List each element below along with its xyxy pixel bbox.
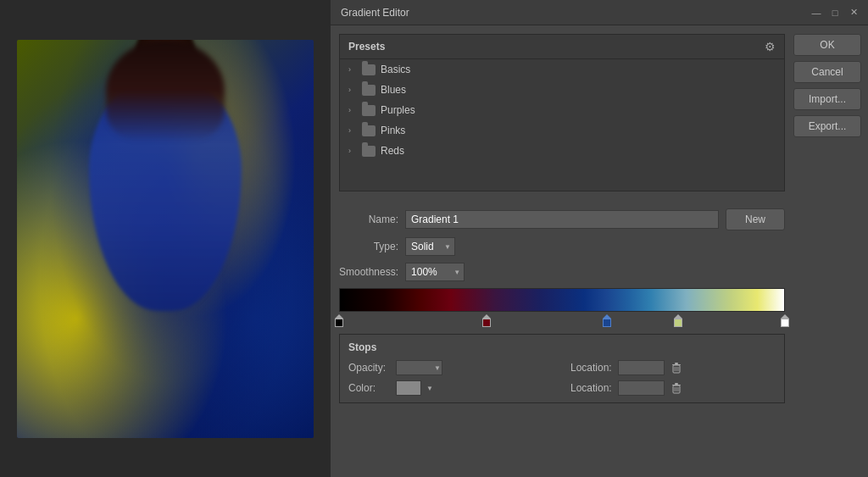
stop-color-swatch <box>603 319 611 327</box>
preset-item-reds[interactable]: › Reds <box>340 141 784 161</box>
preset-arrow-icon: › <box>348 126 357 135</box>
folder-icon <box>362 105 376 116</box>
color-stop-row: Color: ▼ <box>348 380 554 396</box>
hair-top <box>106 40 225 141</box>
stops-title: Stops <box>348 341 776 353</box>
presets-gear-icon[interactable]: ⚙ <box>765 40 776 53</box>
color-delete-button[interactable] <box>670 381 683 395</box>
opacity-delete-button[interactable] <box>670 361 683 374</box>
folder-icon <box>362 64 376 75</box>
stops-grid: Opacity: ▼ Location: <box>348 360 776 396</box>
opacity-label: Opacity: <box>348 362 391 374</box>
preset-label-pinks: Pinks <box>381 125 405 136</box>
name-label: Name: <box>339 214 398 225</box>
name-row: Name: New <box>339 208 785 230</box>
gradient-bar-container[interactable] <box>339 288 785 327</box>
preset-arrow-icon: › <box>348 65 357 74</box>
type-select-wrapper: Solid Noise ▼ <box>405 237 455 256</box>
opacity-location-input[interactable] <box>618 360 665 375</box>
type-select[interactable]: Solid Noise <box>405 237 455 256</box>
image-panel <box>0 0 331 477</box>
color-stop-4[interactable] <box>781 314 789 327</box>
spacer <box>339 198 785 202</box>
opacity-location-group: Location: <box>570 360 776 375</box>
color-label: Color: <box>348 382 391 394</box>
stop-color-swatch <box>335 319 343 327</box>
close-button[interactable]: ✕ <box>848 7 860 19</box>
opacity-location-label: Location: <box>570 362 613 374</box>
preset-label-reds: Reds <box>381 145 404 157</box>
folder-icon <box>362 146 376 157</box>
stops-section: Stops Opacity: ▼ Location: <box>339 334 785 403</box>
preset-item-blues[interactable]: › Blues <box>340 80 784 100</box>
type-row: Type: Solid Noise ▼ <box>339 237 785 256</box>
new-button[interactable]: New <box>726 208 785 230</box>
color-stop-1[interactable] <box>482 314 491 327</box>
presets-section: Presets ⚙ › Basics › Blues › <box>339 34 785 191</box>
smoothness-select-wrapper: 100% 75% 50% 25% 0% ▼ <box>405 263 465 281</box>
folder-icon <box>362 125 376 136</box>
cancel-button[interactable]: Cancel <box>793 61 861 83</box>
maximize-button[interactable]: □ <box>829 7 841 19</box>
color-location-group: Location: <box>570 380 776 396</box>
color-location-label: Location: <box>570 382 613 394</box>
gradient-editor-dialog: Gradient Editor — □ ✕ Presets ⚙ › Basics <box>331 0 868 477</box>
preset-arrow-icon: › <box>348 147 357 155</box>
dialog-title: Gradient Editor <box>341 7 810 19</box>
dialog-titlebar: Gradient Editor — □ ✕ <box>331 0 868 25</box>
preset-item-basics[interactable]: › Basics <box>340 59 784 80</box>
import-button[interactable]: Import... <box>793 88 861 110</box>
presets-header: Presets ⚙ <box>340 35 784 59</box>
preset-arrow-icon: › <box>348 86 357 94</box>
gradient-stops-row <box>339 313 785 327</box>
stop-color-swatch <box>482 319 491 327</box>
svg-rect-1 <box>675 363 678 364</box>
preset-item-pinks[interactable]: › Pinks <box>340 120 784 141</box>
export-button[interactable]: Export... <box>793 115 861 137</box>
opacity-stop-row: Opacity: ▼ <box>348 360 554 375</box>
preset-item-purples[interactable]: › Purples <box>340 100 784 120</box>
color-dropdown-icon[interactable]: ▼ <box>426 385 433 392</box>
type-label: Type: <box>339 241 398 252</box>
titlebar-controls: — □ ✕ <box>810 7 860 19</box>
folder-icon <box>362 85 376 96</box>
stop-color-swatch <box>674 319 682 327</box>
smoothness-select[interactable]: 100% 75% 50% 25% 0% <box>405 263 465 281</box>
portrait-image <box>17 40 314 438</box>
preset-arrow-icon: › <box>348 106 357 114</box>
color-stop-2[interactable] <box>603 314 611 327</box>
ok-button[interactable]: OK <box>793 34 861 56</box>
opacity-input[interactable] <box>396 360 442 375</box>
color-stop-0[interactable] <box>335 314 343 327</box>
smoothness-row: Smoothness: 100% 75% 50% 25% 0% ▼ <box>339 263 785 281</box>
svg-rect-7 <box>675 383 678 385</box>
color-swatch-button[interactable] <box>396 380 421 396</box>
preset-label-blues: Blues <box>381 84 406 96</box>
opacity-select-wrapper: ▼ <box>396 360 442 375</box>
color-location-input[interactable] <box>618 380 665 396</box>
preset-label-basics: Basics <box>381 64 410 75</box>
gradient-bar[interactable] <box>339 288 785 312</box>
dialog-body: Presets ⚙ › Basics › Blues › <box>331 25 868 477</box>
preset-label-purples: Purples <box>381 104 415 116</box>
minimize-button[interactable]: — <box>810 7 822 19</box>
presets-list[interactable]: › Basics › Blues › Purples <box>340 59 784 191</box>
main-content: Presets ⚙ › Basics › Blues › <box>339 34 785 469</box>
stop-color-swatch <box>781 319 789 327</box>
color-stop-3[interactable] <box>674 314 682 327</box>
name-input[interactable] <box>405 210 719 229</box>
side-buttons: OK Cancel Import... Export... <box>793 34 861 469</box>
smoothness-label: Smoothness: <box>339 266 398 278</box>
presets-title: Presets <box>348 41 385 53</box>
